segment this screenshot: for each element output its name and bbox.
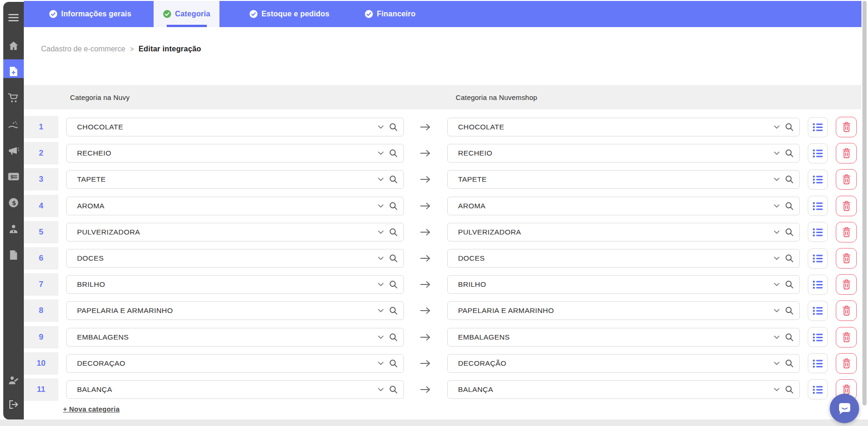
search-icon[interactable] (389, 201, 398, 210)
chevron-down-icon[interactable] (378, 309, 384, 312)
delete-row-button[interactable] (836, 327, 857, 348)
breadcrumb-parent[interactable]: Cadastro de e-commerce (41, 45, 126, 53)
subcategories-list-button[interactable] (808, 117, 828, 137)
search-icon[interactable] (785, 306, 794, 315)
search-icon[interactable] (389, 359, 398, 368)
delete-row-button[interactable] (836, 117, 857, 137)
chevron-down-icon[interactable] (774, 151, 780, 155)
nuvy-category-select[interactable]: EMBALAGENS (66, 328, 404, 347)
nuvy-category-select[interactable]: CHOCOLATE (66, 118, 404, 136)
nuvemshop-category-select[interactable]: DOCES (447, 249, 800, 268)
dollar-circle-icon[interactable]: $ (5, 194, 22, 211)
subcategories-list-button[interactable] (808, 222, 828, 242)
nuvemshop-category-select[interactable]: AROMA (447, 197, 800, 215)
subcategories-list-button[interactable] (808, 327, 828, 347)
add-category-link[interactable]: + Nova categoria (63, 405, 120, 413)
nuvemshop-category-select[interactable]: TAPETE (447, 170, 800, 189)
nuvy-category-select[interactable]: AROMA (66, 197, 404, 215)
subcategories-list-button[interactable] (808, 275, 828, 295)
nuvemshop-category-select[interactable]: PULVERIZADORA (447, 223, 800, 241)
search-icon[interactable] (785, 280, 794, 289)
chevron-down-icon[interactable] (378, 230, 384, 234)
vertical-scrollbar[interactable] (862, 1, 867, 405)
search-icon[interactable] (785, 201, 794, 210)
search-icon[interactable] (785, 385, 794, 394)
user-edit-icon[interactable] (5, 372, 22, 389)
chevron-down-icon[interactable] (774, 204, 780, 208)
search-icon[interactable] (785, 149, 794, 158)
search-icon[interactable] (389, 123, 398, 132)
sidebar-item-ecommerce-active[interactable] (3, 59, 24, 78)
subcategories-list-button[interactable] (808, 301, 828, 321)
nuvy-category-select[interactable]: PULVERIZADORA (66, 223, 404, 241)
subcategories-list-button[interactable] (808, 379, 828, 399)
subcategories-list-button[interactable] (808, 170, 828, 190)
search-icon[interactable] (785, 123, 794, 132)
document-icon[interactable] (5, 247, 22, 263)
megaphone-icon[interactable] (5, 142, 22, 159)
nuvy-category-select[interactable]: BRILHO (66, 275, 404, 294)
delete-row-button[interactable] (836, 300, 857, 321)
tab-financeiro[interactable]: Financeiro (365, 1, 416, 27)
chevron-down-icon[interactable] (774, 309, 780, 312)
chevron-down-icon[interactable] (378, 178, 384, 181)
nuvemshop-category-select[interactable]: RECHEIO (447, 144, 800, 163)
search-icon[interactable] (389, 385, 398, 394)
subcategories-list-button[interactable] (808, 196, 828, 216)
home-icon[interactable] (5, 37, 22, 54)
nuvemshop-category-select[interactable]: BRILHO (447, 275, 800, 294)
search-icon[interactable] (389, 227, 398, 236)
nuvemshop-category-select[interactable]: BALANÇA (447, 380, 800, 399)
nuvy-category-select[interactable]: DOCES (66, 249, 404, 268)
nuvemshop-category-select[interactable]: PAPELARIA E ARMARINHO (447, 301, 800, 320)
search-icon[interactable] (389, 280, 398, 289)
tab-categoria[interactable]: Categoria (154, 1, 219, 27)
chevron-down-icon[interactable] (774, 362, 780, 365)
nuvemshop-category-select[interactable]: DECORAÇÃO (447, 354, 800, 373)
delete-row-button[interactable] (836, 248, 857, 269)
chevron-down-icon[interactable] (774, 178, 780, 181)
search-icon[interactable] (389, 175, 398, 184)
chevron-down-icon[interactable] (774, 388, 780, 391)
delete-row-button[interactable] (836, 274, 857, 295)
chevron-down-icon[interactable] (774, 283, 780, 286)
subcategories-list-button[interactable] (808, 248, 828, 269)
chevron-down-icon[interactable] (774, 125, 780, 129)
chat-launcher-button[interactable] (830, 394, 859, 423)
subcategories-list-button[interactable] (808, 353, 828, 373)
search-icon[interactable] (785, 359, 794, 368)
nuvy-category-select[interactable]: BALANÇA (66, 380, 404, 399)
nuvy-category-select[interactable]: RECHEIO (66, 144, 404, 163)
search-icon[interactable] (389, 333, 398, 341)
nuvy-category-select[interactable]: DECORAÇAO (66, 354, 404, 373)
chevron-down-icon[interactable] (774, 256, 780, 260)
search-icon[interactable] (785, 175, 794, 184)
chevron-down-icon[interactable] (378, 151, 384, 155)
tab-estoque-e-pedidos[interactable]: Estoque e pedidos (249, 1, 330, 27)
chevron-down-icon[interactable] (378, 388, 384, 391)
logout-icon[interactable] (5, 396, 22, 413)
tab-informacoes-gerais[interactable]: Informações gerais (49, 1, 131, 27)
search-icon[interactable] (785, 333, 794, 341)
search-icon[interactable] (389, 254, 398, 263)
delete-row-button[interactable] (836, 143, 857, 163)
search-icon[interactable] (785, 254, 794, 263)
chevron-down-icon[interactable] (378, 335, 384, 339)
search-icon[interactable] (389, 306, 398, 315)
delete-row-button[interactable] (836, 222, 857, 242)
price-card-icon[interactable]: $ (5, 168, 22, 185)
search-icon[interactable] (389, 149, 398, 158)
subcategories-list-button[interactable] (808, 143, 828, 163)
chevron-down-icon[interactable] (378, 125, 384, 129)
menu-icon[interactable] (5, 9, 22, 26)
chevron-down-icon[interactable] (378, 362, 384, 365)
nuvy-category-select[interactable]: PAPELARIA E ARMARINHO (66, 301, 404, 320)
delete-row-button[interactable] (836, 169, 857, 190)
hand-coins-icon[interactable] (5, 116, 22, 133)
account-manager-icon[interactable] (5, 220, 22, 237)
nuvemshop-category-select[interactable]: CHOCOLATE (447, 118, 800, 136)
nuvemshop-category-select[interactable]: EMBALAGENS (447, 328, 800, 347)
search-icon[interactable] (785, 227, 794, 236)
chevron-down-icon[interactable] (378, 204, 384, 208)
nuvy-category-select[interactable]: TAPETE (66, 170, 404, 189)
